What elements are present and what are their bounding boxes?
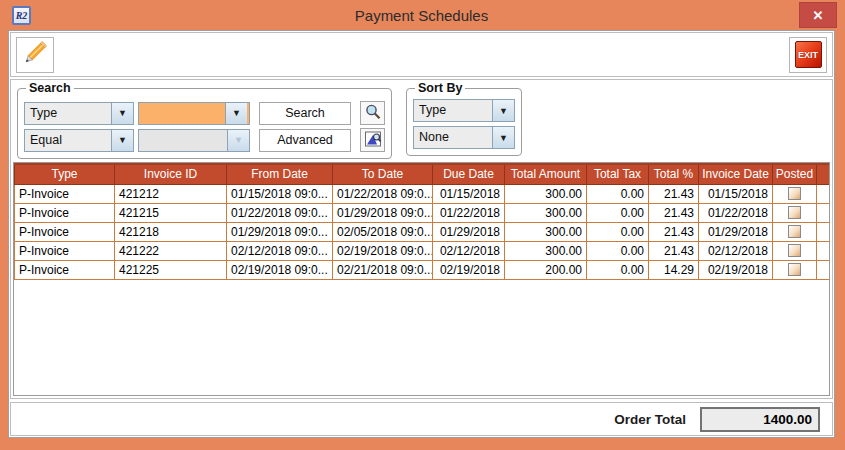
cell: 01/22/2018 [433,203,505,222]
search-value2-text [139,130,227,151]
row-gutter [817,203,831,222]
search-icon-button[interactable] [360,101,385,125]
cell: 300.00 [505,203,587,222]
window-title: Payment Schedules [8,7,835,24]
table-row[interactable]: P-Invoice42122502/19/2018 09:0...02/21/2… [15,260,831,279]
cell: 300.00 [505,222,587,241]
search-row-2: Equal ▼ ▼ Advanced [24,128,385,152]
cell: 421218 [115,222,227,241]
dropdown-arrow-icon[interactable]: ▼ [492,127,514,148]
table-row[interactable]: P-Invoice42121201/15/2018 09:0...01/22/2… [15,184,831,203]
posted-cell [773,260,817,279]
cell: 01/29/2018 09:0... [333,203,433,222]
pencil-icon [22,40,48,69]
sortby-group-label: Sort By [415,81,465,95]
posted-checkbox [788,244,801,257]
column-header-invoice-date[interactable]: Invoice Date [699,164,773,184]
column-header-posted[interactable]: Posted [773,164,817,184]
cell: 02/19/2018 [699,260,773,279]
search-value-combo[interactable]: ▼ [138,102,250,125]
advanced-find-icon [364,130,382,151]
column-header-total-[interactable]: Total % [649,164,699,184]
column-header-from-date[interactable]: From Date [227,164,333,184]
cell: 421212 [115,184,227,203]
schedule-table-panel: TypeInvoice IDFrom DateTo DateDue DateTo… [13,162,830,396]
row-gutter [817,184,831,203]
cell: 0.00 [587,203,649,222]
cell: 01/15/2018 [699,184,773,203]
order-total-label: Order Total [614,412,686,427]
row-gutter [817,241,831,260]
cell: 01/29/2018 [699,222,773,241]
dropdown-arrow-icon[interactable]: ▼ [111,130,133,151]
search-operator-combo[interactable]: Equal ▼ [24,129,134,152]
toolbar: EXIT [10,32,833,77]
exit-button[interactable]: EXIT [789,37,827,73]
row-gutter [817,260,831,279]
column-header-total-amount[interactable]: Total Amount [505,164,587,184]
close-button[interactable]: ✕ [799,2,837,28]
cell: 02/05/2018 09:0... [333,222,433,241]
dropdown-arrow-icon[interactable]: ▼ [111,103,133,124]
column-header-type[interactable]: Type [15,164,115,184]
sort-secondary-value: None [414,127,492,148]
search-value-input[interactable] [139,103,225,124]
cell: P-Invoice [15,241,115,260]
cell: 01/22/2018 09:0... [227,203,333,222]
table-row[interactable]: P-Invoice42122202/12/2018 09:0...02/19/2… [15,241,831,260]
posted-cell [773,203,817,222]
titlebar: R2 Payment Schedules ✕ [8,0,835,30]
search-field-combo[interactable]: Type ▼ [24,102,134,125]
column-header-due-date[interactable]: Due Date [433,164,505,184]
dialog-content: EXIT Search Type ▼ ▼ [8,30,835,438]
exit-icon: EXIT [795,41,822,68]
table-header: TypeInvoice IDFrom DateTo DateDue DateTo… [15,164,831,184]
main-panel: Search Type ▼ ▼ Search [10,79,833,399]
advanced-search-icon-button[interactable] [360,128,385,152]
cell: 01/22/2018 09:0... [333,184,433,203]
search-operator-value: Equal [25,130,111,151]
sort-primary-combo[interactable]: Type ▼ [413,99,515,122]
search-button[interactable]: Search [259,102,351,125]
table-row[interactable]: P-Invoice42121801/29/2018 09:0...02/05/2… [15,222,831,241]
cell: 02/12/2018 [699,241,773,260]
cell: 21.43 [649,222,699,241]
edit-button[interactable] [16,37,54,73]
advanced-button[interactable]: Advanced [259,129,351,152]
cell: 01/29/2018 09:0... [227,222,333,241]
cell: 300.00 [505,241,587,260]
posted-checkbox [788,187,801,200]
row-gutter [817,222,831,241]
cell: 14.29 [649,260,699,279]
posted-checkbox [788,206,801,219]
column-header-to-date[interactable]: To Date [333,164,433,184]
cell: 02/19/2018 09:0... [333,241,433,260]
cell: 300.00 [505,184,587,203]
magnifier-icon [364,103,382,124]
cell: 200.00 [505,260,587,279]
cell: P-Invoice [15,222,115,241]
search-group-label: Search [26,81,74,95]
cell: P-Invoice [15,203,115,222]
sort-primary-value: Type [414,100,492,121]
search-row-1: Type ▼ ▼ Search [24,101,385,125]
dropdown-arrow-icon[interactable]: ▼ [492,100,514,121]
cell: 01/15/2018 [433,184,505,203]
dropdown-arrow-icon[interactable]: ▼ [225,103,247,124]
cell: 01/22/2018 [699,203,773,222]
cell: 02/19/2018 09:0... [227,260,333,279]
cell: 0.00 [587,222,649,241]
cell: P-Invoice [15,184,115,203]
cell: 02/12/2018 [433,241,505,260]
sort-secondary-combo[interactable]: None ▼ [413,126,515,149]
table-row[interactable]: P-Invoice42121501/22/2018 09:0...01/29/2… [15,203,831,222]
footer-panel: Order Total 1400.00 [10,402,833,436]
column-header-invoice-id[interactable]: Invoice ID [115,164,227,184]
cell: 01/15/2018 09:0... [227,184,333,203]
cell: 21.43 [649,203,699,222]
column-header-total-tax[interactable]: Total Tax [587,164,649,184]
schedule-table: TypeInvoice IDFrom DateTo DateDue DateTo… [14,163,830,280]
close-icon: ✕ [813,8,824,23]
cell: 02/21/2018 09:0... [333,260,433,279]
cell: 01/29/2018 [433,222,505,241]
